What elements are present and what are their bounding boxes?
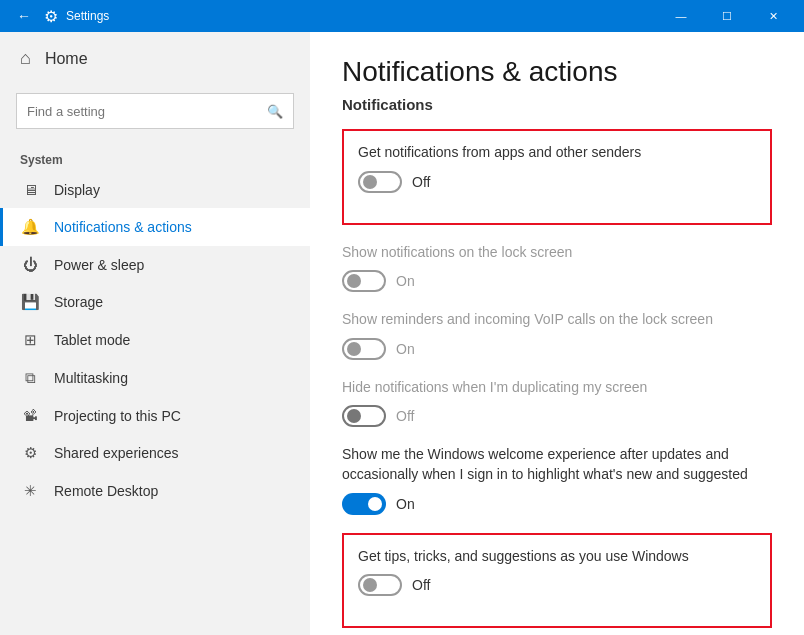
search-icon: 🔍 (267, 104, 283, 119)
toggle-row-get-notifications: Off (358, 171, 756, 193)
back-button[interactable]: ← (8, 0, 40, 32)
display-label: Display (54, 182, 100, 198)
setting-label-welcome-experience: Show me the Windows welcome experience a… (342, 445, 772, 484)
sidebar: ⌂ Home 🔍 System 🖥 Display 🔔 Notification… (0, 32, 310, 635)
sidebar-item-multitasking[interactable]: ⧉ Multitasking (0, 359, 310, 397)
main-layout: ⌂ Home 🔍 System 🖥 Display 🔔 Notification… (0, 32, 804, 635)
setting-row-show-lock-screen: Show notifications on the lock screen On (342, 243, 772, 293)
nav-items-list: 🖥 Display 🔔 Notifications & actions ⏻ Po… (0, 171, 310, 510)
shared-icon: ⚙ (20, 444, 40, 462)
setting-welcome-experience: Show me the Windows welcome experience a… (342, 445, 772, 514)
highlight-box-get-notifications: Get notifications from apps and other se… (342, 129, 772, 225)
app-title: Settings (66, 9, 658, 23)
toggle-row-show-reminders: On (342, 338, 772, 360)
setting-row-show-reminders: Show reminders and incoming VoIP calls o… (342, 310, 772, 360)
setting-label-tips-tricks: Get tips, tricks, and suggestions as you… (358, 547, 756, 567)
sidebar-item-notifications[interactable]: 🔔 Notifications & actions (0, 208, 310, 246)
power-label: Power & sleep (54, 257, 144, 273)
toggle-status-welcome-experience: On (396, 496, 415, 512)
setting-label-show-reminders: Show reminders and incoming VoIP calls o… (342, 310, 772, 330)
window-controls: — ☐ ✕ (658, 0, 796, 32)
setting-row-hide-duplicating: Hide notifications when I'm duplicating … (342, 378, 772, 428)
sidebar-item-power[interactable]: ⏻ Power & sleep (0, 246, 310, 283)
setting-tips-tricks: Get tips, tricks, and suggestions as you… (342, 533, 772, 629)
toggle-show-lock-screen[interactable] (342, 270, 386, 292)
maximize-button[interactable]: ☐ (704, 0, 750, 32)
shared-label: Shared experiences (54, 445, 179, 461)
toggle-status-tips-tricks: Off (412, 577, 430, 593)
setting-row-tips-tricks: Get tips, tricks, and suggestions as you… (358, 547, 756, 597)
toggle-row-show-lock-screen: On (342, 270, 772, 292)
highlight-box-tips-tricks: Get tips, tricks, and suggestions as you… (342, 533, 772, 629)
toggle-status-hide-duplicating: Off (396, 408, 414, 424)
toggle-thumb-tips-tricks (363, 578, 377, 592)
multitasking-icon: ⧉ (20, 369, 40, 387)
multitasking-label: Multitasking (54, 370, 128, 386)
toggle-status-show-lock-screen: On (396, 273, 415, 289)
setting-show-lock-screen: Show notifications on the lock screen On (342, 243, 772, 293)
storage-label: Storage (54, 294, 103, 310)
title-bar: ← ⚙ Settings — ☐ ✕ (0, 0, 804, 32)
setting-row-get-notifications: Get notifications from apps and other se… (358, 143, 756, 193)
toggle-row-hide-duplicating: Off (342, 405, 772, 427)
close-button[interactable]: ✕ (750, 0, 796, 32)
toggle-tips-tricks[interactable] (358, 574, 402, 596)
setting-label-hide-duplicating: Hide notifications when I'm duplicating … (342, 378, 772, 398)
search-input[interactable] (27, 104, 267, 119)
toggle-thumb-show-reminders (347, 342, 361, 356)
toggle-show-reminders[interactable] (342, 338, 386, 360)
toggle-welcome-experience[interactable] (342, 493, 386, 515)
setting-label-get-notifications: Get notifications from apps and other se… (358, 143, 756, 163)
toggle-status-get-notifications: Off (412, 174, 430, 190)
toggle-status-show-reminders: On (396, 341, 415, 357)
notifications-icon: 🔔 (20, 218, 40, 236)
toggle-row-welcome-experience: On (342, 493, 772, 515)
notifications-section-title: Notifications (342, 96, 772, 113)
display-icon: 🖥 (20, 181, 40, 198)
toggle-row-tips-tricks: Off (358, 574, 756, 596)
toggle-get-notifications[interactable] (358, 171, 402, 193)
minimize-button[interactable]: — (658, 0, 704, 32)
home-label: Home (45, 50, 88, 68)
tablet-label: Tablet mode (54, 332, 130, 348)
search-box[interactable]: 🔍 (16, 93, 294, 129)
sidebar-item-remote[interactable]: ✳ Remote Desktop (0, 472, 310, 510)
setting-label-show-lock-screen: Show notifications on the lock screen (342, 243, 772, 263)
home-nav-item[interactable]: ⌂ Home (0, 32, 310, 85)
toggle-thumb-get-notifications (363, 175, 377, 189)
setting-row-welcome-experience: Show me the Windows welcome experience a… (342, 445, 772, 514)
page-title: Notifications & actions (342, 56, 772, 88)
setting-hide-duplicating: Hide notifications when I'm duplicating … (342, 378, 772, 428)
sidebar-item-shared[interactable]: ⚙ Shared experiences (0, 434, 310, 472)
toggle-thumb-show-lock-screen (347, 274, 361, 288)
remote-icon: ✳ (20, 482, 40, 500)
sidebar-item-display[interactable]: 🖥 Display (0, 171, 310, 208)
content-area: Notifications & actions Notifications Ge… (310, 32, 804, 635)
system-section-label: System (0, 145, 310, 171)
sidebar-item-projecting[interactable]: 📽 Projecting to this PC (0, 397, 310, 434)
projecting-label: Projecting to this PC (54, 408, 181, 424)
notifications-label: Notifications & actions (54, 219, 192, 235)
projecting-icon: 📽 (20, 407, 40, 424)
toggle-hide-duplicating[interactable] (342, 405, 386, 427)
power-icon: ⏻ (20, 256, 40, 273)
settings-list: Get notifications from apps and other se… (342, 129, 772, 628)
setting-show-reminders: Show reminders and incoming VoIP calls o… (342, 310, 772, 360)
sidebar-item-storage[interactable]: 💾 Storage (0, 283, 310, 321)
toggle-thumb-hide-duplicating (347, 409, 361, 423)
home-icon: ⌂ (20, 48, 31, 69)
remote-label: Remote Desktop (54, 483, 158, 499)
sidebar-item-tablet[interactable]: ⊞ Tablet mode (0, 321, 310, 359)
storage-icon: 💾 (20, 293, 40, 311)
toggle-thumb-welcome-experience (368, 497, 382, 511)
tablet-icon: ⊞ (20, 331, 40, 349)
setting-get-notifications: Get notifications from apps and other se… (342, 129, 772, 225)
